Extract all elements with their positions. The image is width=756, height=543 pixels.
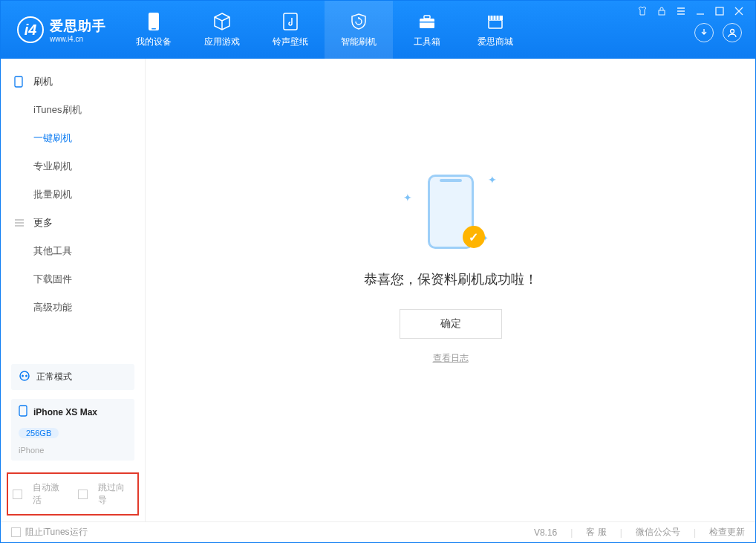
nav-tab-device[interactable]: 我的设备 — [120, 1, 188, 59]
device-type: iPhone — [19, 446, 44, 455]
sidebar-item-batch-flash[interactable]: 批量刷机 — [1, 181, 145, 209]
toolbox-icon — [417, 12, 437, 31]
checkbox-block-itunes[interactable] — [11, 527, 21, 537]
block-itunes-label: 阻止iTunes运行 — [25, 526, 88, 539]
list-icon — [14, 218, 26, 227]
skip-guide-label: 跳过向导 — [98, 481, 133, 507]
mode-icon — [19, 370, 30, 384]
refresh-shield-icon — [349, 12, 368, 31]
device-storage-badge: 256GB — [19, 428, 59, 438]
device-mode-box[interactable]: 正常模式 — [11, 364, 134, 390]
sidebar-item-oneclick-flash[interactable]: 一键刷机 — [1, 124, 145, 152]
download-button[interactable] — [694, 23, 714, 42]
auto-activate-label: 自动激活 — [33, 481, 68, 507]
user-button[interactable] — [723, 23, 742, 42]
checkbox-auto-activate[interactable] — [13, 490, 22, 499]
svg-rect-4 — [424, 16, 430, 19]
sidebar: 刷机 iTunes刷机 一键刷机 专业刷机 批量刷机 更多 其他工具 下载固件 … — [1, 59, 146, 521]
window-controls — [636, 5, 745, 17]
close-icon[interactable] — [733, 5, 745, 17]
nav-tab-ringtones[interactable]: 铃声壁纸 — [256, 1, 325, 59]
nav-tabs: 我的设备 应用游戏 铃声壁纸 智能刷机 工具箱 爱思商城 — [120, 1, 529, 59]
device-name: iPhone XS Max — [33, 407, 97, 417]
phone-icon — [144, 12, 163, 31]
checkbox-skip-guide[interactable] — [78, 490, 88, 499]
wechat-link[interactable]: 微信公众号 — [636, 526, 680, 539]
app-subtitle: www.i4.cn — [50, 35, 106, 43]
sidebar-item-advanced[interactable]: 高级功能 — [1, 293, 145, 322]
svg-point-9 — [731, 30, 734, 33]
flash-options-highlighted: 自动激活 跳过向导 — [7, 472, 139, 516]
menu-icon[interactable] — [675, 5, 687, 17]
svg-rect-6 — [489, 20, 502, 28]
nav-tab-toolbox[interactable]: 工具箱 — [393, 1, 461, 59]
minimize-icon[interactable] — [694, 5, 706, 17]
svg-point-12 — [22, 375, 24, 377]
app-title: 爱思助手 — [50, 17, 106, 35]
lock-icon[interactable] — [656, 5, 668, 17]
maximize-icon[interactable] — [714, 5, 726, 17]
svg-rect-7 — [659, 10, 665, 15]
ok-button[interactable]: 确定 — [400, 309, 502, 339]
device-icon — [14, 76, 26, 88]
svg-rect-3 — [420, 19, 434, 28]
support-link[interactable]: 客 服 — [586, 526, 606, 539]
sidebar-group-more: 更多 — [1, 209, 145, 237]
tshirt-icon[interactable] — [636, 5, 648, 17]
main-content: ✦ ✦ ✦ ✓ 恭喜您，保资料刷机成功啦！ 确定 查看日志 — [146, 59, 755, 521]
svg-rect-14 — [19, 406, 27, 416]
sidebar-item-itunes-flash[interactable]: iTunes刷机 — [1, 96, 145, 124]
sidebar-item-other-tools[interactable]: 其他工具 — [1, 237, 145, 265]
phone-small-icon — [19, 405, 27, 419]
nav-tab-flash[interactable]: 智能刷机 — [325, 1, 393, 59]
view-log-link[interactable]: 查看日志 — [433, 352, 469, 365]
svg-rect-1 — [151, 28, 156, 30]
svg-rect-0 — [149, 13, 159, 30]
app-header: i4 爱思助手 www.i4.cn 我的设备 应用游戏 铃声壁纸 智能刷机 工具… — [1, 1, 755, 59]
sidebar-item-download-firmware[interactable]: 下载固件 — [1, 265, 145, 293]
svg-rect-10 — [15, 77, 22, 87]
footer: 阻止iTunes运行 V8.16 | 客 服 | 微信公众号 | 检查更新 — [1, 521, 755, 542]
checkmark-icon: ✓ — [463, 226, 485, 248]
logo: i4 爱思助手 www.i4.cn — [1, 1, 120, 59]
svg-rect-8 — [716, 7, 723, 15]
sidebar-item-pro-flash[interactable]: 专业刷机 — [1, 152, 145, 181]
svg-point-11 — [20, 371, 29, 380]
cube-icon — [212, 12, 232, 31]
svg-point-13 — [25, 375, 27, 377]
svg-rect-5 — [420, 22, 434, 23]
music-file-icon — [281, 12, 300, 31]
device-mode-label: 正常模式 — [36, 371, 72, 383]
version-label: V8.16 — [534, 527, 557, 538]
success-message: 恭喜您，保资料刷机成功啦！ — [364, 270, 538, 288]
device-info-box[interactable]: iPhone XS Max 256GB iPhone — [11, 399, 134, 461]
nav-tab-apps[interactable]: 应用游戏 — [188, 1, 256, 59]
check-update-link[interactable]: 检查更新 — [709, 526, 745, 539]
success-illustration: ✦ ✦ ✦ ✓ — [391, 171, 510, 253]
svg-rect-2 — [284, 13, 297, 30]
sidebar-group-flash: 刷机 — [1, 68, 145, 96]
logo-icon: i4 — [17, 16, 44, 43]
nav-tab-store[interactable]: 爱思商城 — [461, 1, 529, 59]
store-icon — [486, 12, 505, 31]
